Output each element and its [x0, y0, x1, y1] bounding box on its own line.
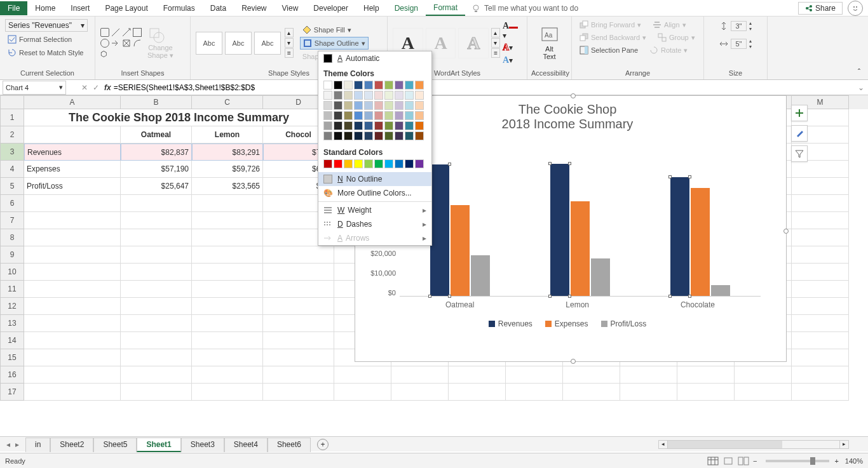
cell[interactable]	[449, 366, 506, 384]
color-swatch[interactable]	[323, 159, 332, 168]
chart-bar[interactable]	[430, 164, 449, 296]
text-effects-icon[interactable]: A▾	[503, 55, 522, 65]
cell[interactable]	[792, 332, 849, 349]
cell[interactable]	[792, 366, 849, 384]
height-input[interactable]: 3"▴▾	[717, 19, 754, 33]
cell[interactable]	[263, 366, 334, 384]
color-swatch[interactable]	[323, 91, 332, 100]
shape-style-preset[interactable]: Abc	[225, 32, 252, 55]
more-colors-item[interactable]: 🎨More Outline Colors...	[318, 186, 431, 200]
color-swatch[interactable]	[384, 101, 393, 110]
cell[interactable]	[121, 246, 192, 264]
chart-elements-button[interactable]	[791, 105, 808, 121]
cell[interactable]	[24, 126, 121, 144]
width-input[interactable]: 5"▴▾	[717, 37, 754, 51]
color-swatch[interactable]	[344, 131, 353, 140]
sheet-tab[interactable]: Sheet6	[268, 438, 311, 452]
color-swatch[interactable]	[405, 159, 414, 168]
color-swatch[interactable]	[364, 101, 373, 110]
color-swatch[interactable]	[384, 159, 393, 168]
cell[interactable]	[391, 384, 449, 401]
sheet-tab[interactable]: Sheet2	[50, 438, 93, 452]
color-swatch[interactable]	[384, 91, 393, 100]
wordart-preset[interactable]: A	[458, 28, 489, 58]
color-swatch[interactable]	[415, 159, 424, 168]
cell[interactable]	[792, 195, 849, 212]
horizontal-scrollbar[interactable]: ◂ ▸	[658, 440, 849, 449]
cell[interactable]	[263, 298, 334, 315]
cell[interactable]	[192, 298, 263, 315]
color-swatch[interactable]	[405, 111, 414, 120]
chart-filter-button[interactable]	[791, 145, 808, 162]
row-header[interactable]: 4	[0, 161, 24, 178]
share-button[interactable]: Share	[798, 2, 843, 15]
color-swatch[interactable]	[374, 131, 383, 140]
automatic-color-item[interactable]: AAutomatic	[318, 51, 431, 65]
cell[interactable]	[121, 332, 192, 349]
cell[interactable]	[792, 281, 849, 298]
cell[interactable]	[192, 315, 263, 332]
chart-styles-button[interactable]	[791, 125, 808, 142]
column-header[interactable]: A	[24, 95, 121, 109]
color-swatch[interactable]	[415, 81, 424, 90]
color-swatch[interactable]	[354, 159, 363, 168]
cell[interactable]	[192, 366, 263, 384]
cell[interactable]	[792, 229, 849, 246]
cell[interactable]	[24, 384, 121, 401]
cell[interactable]	[506, 384, 563, 401]
row-header[interactable]: 6	[0, 195, 24, 212]
chart-bar[interactable]	[471, 255, 490, 296]
color-swatch[interactable]	[395, 131, 403, 140]
row-header[interactable]: 9	[0, 246, 24, 264]
cell[interactable]	[24, 349, 121, 366]
color-swatch[interactable]	[405, 91, 414, 100]
color-swatch[interactable]	[395, 111, 403, 120]
cell[interactable]: Revenues	[24, 144, 121, 161]
zoom-in-button[interactable]: +	[834, 457, 838, 465]
color-swatch[interactable]	[354, 81, 363, 90]
cell[interactable]	[192, 229, 263, 246]
cell[interactable]	[792, 349, 849, 366]
cell[interactable]	[24, 332, 121, 349]
fx-button[interactable]: fx	[104, 83, 111, 92]
text-outline-icon[interactable]: A▾	[503, 43, 522, 53]
color-swatch[interactable]	[354, 91, 363, 100]
chart-element-selector[interactable]: Series "Revenues"▾	[5, 19, 88, 32]
color-swatch[interactable]	[405, 131, 414, 140]
zoom-level[interactable]: 140%	[845, 457, 863, 465]
cell[interactable]	[792, 264, 849, 281]
chart-bar[interactable]	[691, 188, 710, 296]
theme-colors-grid[interactable]	[318, 79, 431, 144]
page-break-view-button[interactable]	[738, 457, 749, 465]
color-swatch[interactable]	[334, 81, 342, 90]
color-swatch[interactable]	[323, 131, 332, 140]
chart-bar[interactable]	[451, 205, 470, 296]
home-tab[interactable]: Home	[27, 1, 63, 15]
cell[interactable]	[563, 366, 620, 384]
color-swatch[interactable]	[405, 121, 414, 130]
cell[interactable]	[391, 366, 449, 384]
cell[interactable]	[263, 264, 334, 281]
color-swatch[interactable]	[395, 121, 403, 130]
row-header[interactable]: 5	[0, 178, 24, 195]
cell[interactable]	[192, 212, 263, 229]
color-swatch[interactable]	[334, 159, 342, 168]
color-swatch[interactable]	[344, 111, 353, 120]
cell[interactable]	[121, 384, 192, 401]
cell[interactable]	[620, 366, 677, 384]
row-header[interactable]: 17	[0, 384, 24, 401]
pagelayout-tab[interactable]: Page Layout	[97, 1, 155, 15]
row-header[interactable]: 15	[0, 349, 24, 366]
cell[interactable]: $59,726	[192, 161, 263, 178]
cell[interactable]: Lemon	[192, 126, 263, 144]
color-swatch[interactable]	[323, 101, 332, 110]
row-header[interactable]: 13	[0, 315, 24, 332]
color-swatch[interactable]	[323, 121, 332, 130]
row-header[interactable]: 3	[0, 144, 24, 161]
cell[interactable]: Oatmeal	[121, 126, 192, 144]
cell[interactable]	[192, 246, 263, 264]
color-swatch[interactable]	[384, 111, 393, 120]
row-header[interactable]: 14	[0, 332, 24, 349]
column-header[interactable]: B	[121, 95, 192, 109]
color-swatch[interactable]	[334, 121, 342, 130]
